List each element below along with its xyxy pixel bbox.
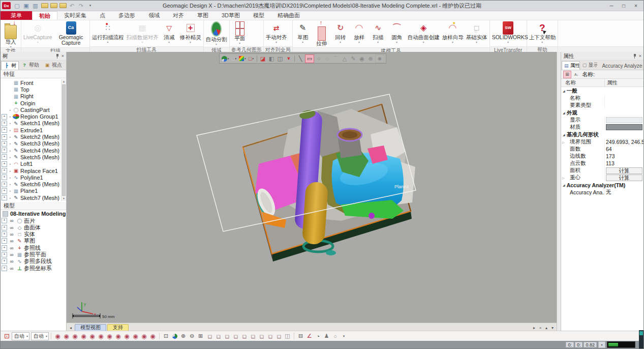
feature-tree-item[interactable]: Extrude1 xyxy=(2,127,60,133)
feature-tree-item[interactable]: Region Group1 xyxy=(2,113,60,120)
feature-tree-item[interactable]: Sketch6 (Mesh) xyxy=(2,181,60,187)
rectangle-select-icon[interactable] xyxy=(305,54,314,63)
annotation-visibility-icon[interactable] xyxy=(140,332,148,340)
panel-tab[interactable]: 帮助 xyxy=(19,61,42,70)
right-view-icon[interactable] xyxy=(231,332,240,340)
panel-tab[interactable]: 显示 xyxy=(580,61,598,70)
expand-icon[interactable] xyxy=(2,174,7,180)
ribbon-button[interactable]: 上下文帮助 xyxy=(528,21,557,46)
app-logo-icon[interactable]: Dx xyxy=(2,2,11,9)
feature-tree-item[interactable]: Origin xyxy=(2,100,60,106)
new-file-icon[interactable] xyxy=(13,2,21,10)
ribbon-button[interactable]: 导入 xyxy=(2,21,20,47)
property-row[interactable]: 境界范围 249.6993, 246.52... 249.6993, 246.5… xyxy=(561,138,643,146)
expand-icon[interactable] xyxy=(2,141,7,147)
show-hide-glasses-icon[interactable] xyxy=(8,231,15,237)
property-row[interactable]: 重心 计算 计算 xyxy=(561,174,643,181)
ribbon-button[interactable]: LiveCapture xyxy=(22,21,53,47)
ribbon-button[interactable]: SOLIDWORKS xyxy=(491,21,526,46)
zoom-window-icon[interactable] xyxy=(196,332,205,340)
timer-dropdown-icon[interactable]: ▾ xyxy=(598,341,605,348)
ribbon-tab[interactable]: 3D草图 xyxy=(215,11,247,20)
ribbon-tab[interactable]: 草图 xyxy=(191,11,215,20)
model-tree-item[interactable]: 参照平面 xyxy=(1,251,66,258)
material-swatch[interactable] xyxy=(606,124,642,130)
expand-icon[interactable] xyxy=(2,127,7,133)
model-tree-item[interactable]: 曲面体 xyxy=(1,224,66,231)
split-view-icon[interactable] xyxy=(276,55,284,63)
mannequin-icon[interactable] xyxy=(322,332,331,340)
viewport[interactable]: Plane4 y x 50 mm xyxy=(67,52,557,323)
property-row[interactable]: 要素类型 xyxy=(561,102,643,109)
extend-select-icon[interactable] xyxy=(366,55,375,63)
measure-visibility-icon[interactable] xyxy=(148,332,157,340)
scroll-down-icon[interactable]: ▼ xyxy=(63,196,65,201)
show-hide-glasses-icon[interactable] xyxy=(8,258,15,264)
line-select-icon[interactable] xyxy=(296,55,304,63)
sketch-visibility-icon[interactable] xyxy=(97,332,105,340)
property-row[interactable]: 材质 xyxy=(561,124,643,131)
redo-icon[interactable] xyxy=(77,2,85,10)
close-view-tab-button[interactable]: × xyxy=(537,325,543,331)
restore-button[interactable]: □ xyxy=(618,2,630,10)
point-visibility-icon[interactable] xyxy=(71,332,79,340)
zoom-out-icon[interactable] xyxy=(188,332,196,340)
expand-icon[interactable] xyxy=(2,231,7,237)
angle-measure-icon[interactable] xyxy=(305,332,314,340)
expand-icon[interactable] xyxy=(2,245,7,251)
feature-tree-item[interactable]: Sketch2 (Mesh) xyxy=(2,133,60,140)
close-icon[interactable]: × xyxy=(62,53,64,59)
property-row[interactable]: 显示 xyxy=(561,117,643,124)
expand-icon[interactable] xyxy=(2,168,7,173)
model-tree-item[interactable]: 草图 xyxy=(1,238,66,244)
visibility-toggle-icon[interactable] xyxy=(375,54,384,63)
region-visibility-icon[interactable] xyxy=(62,332,71,340)
alphabetical-sort-icon[interactable] xyxy=(572,71,580,78)
region-view-icon[interactable] xyxy=(238,55,247,63)
ribbon-button[interactable]: 消减 xyxy=(160,21,178,46)
panel-tab[interactable]: Accuracy Analyzer(... xyxy=(598,62,643,70)
scroll-up-icon[interactable]: ▲ xyxy=(63,79,65,84)
display-field[interactable] xyxy=(606,117,642,123)
show-hide-glasses-icon[interactable] xyxy=(8,225,15,230)
open-folder-icon[interactable] xyxy=(49,2,58,10)
feature-tree-item[interactable]: Front xyxy=(2,79,60,86)
expand-icon[interactable] xyxy=(2,195,7,200)
section-measure-icon[interactable] xyxy=(314,332,322,340)
flood-select-icon[interactable] xyxy=(358,55,366,63)
property-row[interactable]: Accuracy Ana... 无 无 xyxy=(561,189,643,196)
top-view-icon[interactable] xyxy=(240,332,249,340)
circle-measure-icon[interactable] xyxy=(331,332,340,340)
feature-tree-item[interactable]: Sketch7 (Mesh) xyxy=(2,194,60,201)
view-orientation-icon[interactable] xyxy=(221,55,229,63)
close-button[interactable]: × xyxy=(630,2,642,10)
zoom-orientation-icon[interactable] xyxy=(170,332,179,340)
refplane-visibility-icon[interactable] xyxy=(114,332,122,340)
ribbon-button[interactable]: 回转 xyxy=(331,21,350,47)
ribbon-tab[interactable]: 初始 xyxy=(32,11,57,20)
ribbon-tab[interactable]: 点 xyxy=(93,11,112,20)
freeform-select-icon[interactable] xyxy=(332,55,340,63)
scroll-tabs-left-button[interactable]: ◂ xyxy=(68,325,74,331)
ribbon-button[interactable]: 放样 xyxy=(350,21,369,47)
auto-mode-select[interactable]: 自动 xyxy=(12,332,29,340)
zoom-fit-icon[interactable] xyxy=(162,332,170,340)
section-plane-icon[interactable] xyxy=(259,55,267,63)
ribbon-tab[interactable]: 模型 xyxy=(247,11,271,20)
expand-icon[interactable] xyxy=(2,154,7,160)
expand-icon[interactable] xyxy=(2,121,7,126)
show-hide-glasses-icon[interactable] xyxy=(8,238,15,244)
edge-view-icon[interactable] xyxy=(247,55,255,63)
back-view-icon[interactable] xyxy=(214,332,223,340)
ribbon-tab[interactable]: 精确曲面 xyxy=(271,11,306,20)
scrollbar-thumb[interactable] xyxy=(62,84,66,196)
property-row[interactable]: 边线数 173 173 xyxy=(561,153,643,160)
calculate-button[interactable]: 计算 xyxy=(606,167,642,174)
property-section-header[interactable]: Accuracy Analyzer(TM) xyxy=(561,181,643,189)
property-row[interactable]: 面积 计算 计算 xyxy=(561,167,643,174)
model-tree-item[interactable]: 参照坐标系 xyxy=(1,265,66,271)
expand-tabs-down-button[interactable]: ▾ xyxy=(549,325,556,331)
model-root-item[interactable]: 08-Iterative Modeling Compl xyxy=(1,210,66,217)
minimize-button[interactable]: ─ xyxy=(605,2,618,10)
panel-splitter[interactable] xyxy=(557,52,561,331)
